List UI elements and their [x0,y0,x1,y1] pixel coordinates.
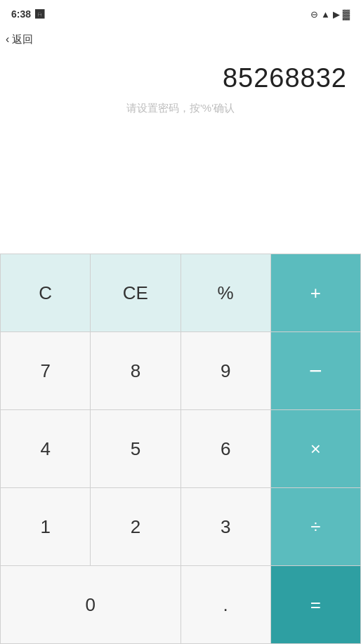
key-6[interactable]: 6 [181,410,270,487]
key-5[interactable]: 5 [91,410,180,487]
key-percent[interactable]: % [181,254,270,331]
key-dot[interactable]: . [181,566,270,643]
key-2[interactable]: 2 [91,488,180,565]
back-button[interactable]: ‹ 返回 [6,33,33,46]
battery-icon: ▓ [343,8,350,20]
signal-icon: ▶ [333,9,340,20]
key-9[interactable]: 9 [181,332,270,409]
key-minus[interactable]: − [271,332,360,409]
key-4[interactable]: 4 [1,410,90,487]
keyboard: C CE % + 7 8 9 − 4 5 6 × 1 2 3 ÷ 0 . = [0,254,361,644]
key-multiply[interactable]: × [271,410,360,487]
display-hint: 请设置密码，按'%'确认 [14,102,347,115]
display-area: 85268832 请设置密码，按'%'确认 [0,56,361,254]
key-divide[interactable]: ÷ [271,488,360,565]
key-3[interactable]: 3 [181,488,270,565]
key-0[interactable]: 0 [1,566,180,643]
status-time: 6:38 🅰 [11,8,44,20]
wifi-icon: ▲ [321,9,330,20]
key-plus[interactable]: + [271,254,360,331]
status-icons: ⊖ ▲ ▶ ▓ [310,8,350,20]
mute-icon: ⊖ [310,9,318,20]
back-label: 返回 [12,33,33,46]
key-1[interactable]: 1 [1,488,90,565]
key-8[interactable]: 8 [91,332,180,409]
back-arrow-icon: ‹ [6,33,9,46]
key-c[interactable]: C [1,254,90,331]
key-ce[interactable]: CE [91,254,180,331]
key-equals[interactable]: = [271,566,360,643]
status-bar: 6:38 🅰 ⊖ ▲ ▶ ▓ [0,0,361,25]
time-label: 6:38 [11,8,31,20]
key-7[interactable]: 7 [1,332,90,409]
nav-bar: ‹ 返回 [0,25,361,56]
display-number: 85268832 [14,56,347,99]
notification-icon: 🅰 [35,9,44,20]
